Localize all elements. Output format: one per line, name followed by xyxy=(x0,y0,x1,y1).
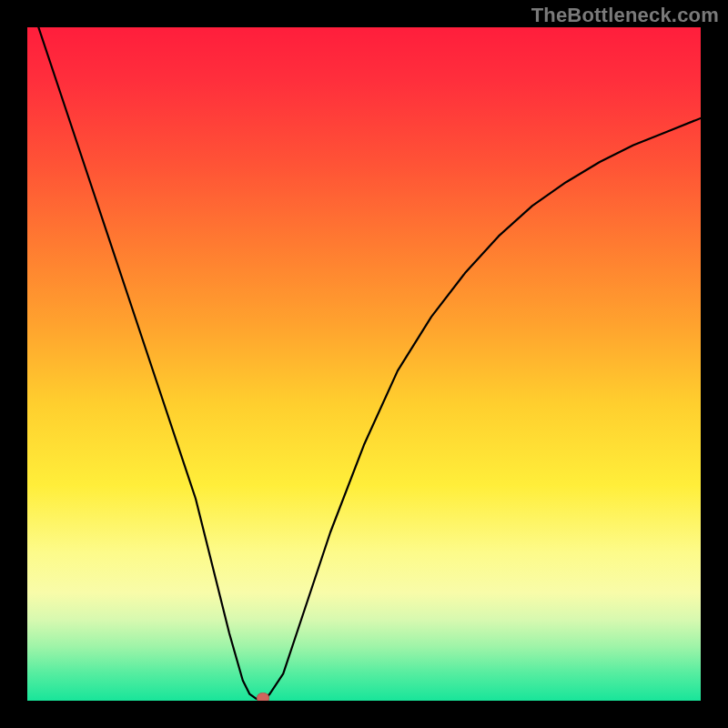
bottleneck-curve xyxy=(27,27,701,701)
chart-frame: TheBottleneck.com xyxy=(0,0,728,728)
plot-area xyxy=(27,27,701,701)
optimum-marker xyxy=(257,693,269,701)
watermark-text: TheBottleneck.com xyxy=(531,4,719,27)
